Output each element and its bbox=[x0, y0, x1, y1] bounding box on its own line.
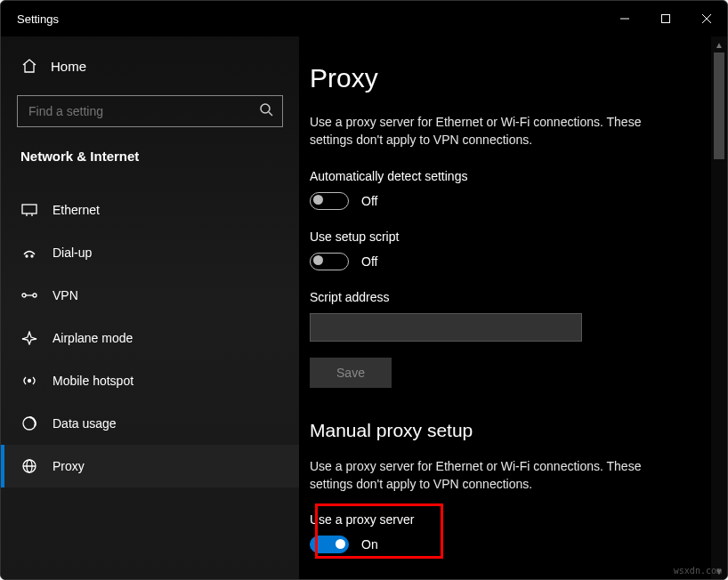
scroll-up-arrow[interactable]: ▲ bbox=[711, 36, 727, 52]
svg-line-5 bbox=[269, 112, 272, 116]
nav-item-proxy[interactable]: Proxy bbox=[1, 445, 299, 487]
scroll-thumb[interactable] bbox=[714, 52, 724, 159]
watermark: wsxdn.com bbox=[674, 566, 722, 576]
nav-item-hotspot[interactable]: Mobile hotspot bbox=[1, 359, 299, 402]
svg-point-11 bbox=[22, 294, 26, 297]
svg-rect-1 bbox=[662, 15, 670, 23]
svg-point-4 bbox=[261, 104, 270, 113]
close-button[interactable] bbox=[686, 1, 727, 36]
home-label: Home bbox=[51, 59, 86, 74]
settings-window: Settings Home Network & Internet Etherne… bbox=[0, 0, 728, 580]
setup-script-label: Use setup script bbox=[310, 230, 684, 244]
proxy-icon bbox=[20, 458, 38, 474]
nav-label: VPN bbox=[53, 288, 78, 302]
svg-point-14 bbox=[28, 380, 31, 383]
window-title: Settings bbox=[17, 12, 59, 26]
titlebar: Settings bbox=[1, 1, 727, 36]
airplane-icon bbox=[20, 331, 38, 345]
window-controls bbox=[604, 1, 727, 36]
nav-label: Data usage bbox=[53, 416, 117, 431]
svg-point-12 bbox=[33, 294, 36, 297]
data-usage-icon bbox=[20, 415, 38, 431]
ethernet-icon bbox=[20, 204, 38, 216]
search-input[interactable] bbox=[28, 104, 259, 118]
content-area: Proxy Use a proxy server for Ethernet or… bbox=[299, 36, 727, 579]
nav-item-ethernet[interactable]: Ethernet bbox=[1, 189, 299, 231]
svg-point-9 bbox=[26, 255, 28, 257]
use-proxy-toggle[interactable] bbox=[310, 536, 349, 553]
save-button[interactable]: Save bbox=[310, 358, 392, 388]
use-proxy-label: Use a proxy server bbox=[310, 512, 684, 527]
nav-label: Airplane mode bbox=[53, 331, 133, 345]
search-box[interactable] bbox=[17, 95, 283, 127]
script-address-input[interactable] bbox=[310, 313, 582, 342]
script-address-label: Script address bbox=[310, 290, 684, 304]
setup-script-toggle-row: Off bbox=[310, 253, 684, 270]
hotspot-icon bbox=[20, 374, 38, 388]
section-heading: Network & Internet bbox=[1, 127, 299, 176]
maximize-button[interactable] bbox=[645, 1, 686, 36]
nav-label: Proxy bbox=[53, 459, 85, 473]
auto-detect-toggle[interactable] bbox=[310, 192, 349, 210]
search-icon bbox=[259, 102, 273, 120]
scroll-track[interactable] bbox=[711, 52, 727, 563]
vertical-scrollbar[interactable]: ▲ ▼ bbox=[711, 36, 727, 579]
nav-list: Ethernet Dial-up VPN Airplane mode Mobil… bbox=[1, 189, 299, 487]
setup-script-state: Off bbox=[361, 254, 377, 269]
manual-proxy-description: Use a proxy server for Ethernet or Wi-Fi… bbox=[310, 457, 684, 494]
nav-label: Dial-up bbox=[53, 246, 92, 260]
auto-detect-toggle-row: Off bbox=[310, 192, 684, 210]
home-link[interactable]: Home bbox=[1, 45, 299, 86]
window-body: Home Network & Internet Ethernet Dial-up bbox=[1, 36, 727, 579]
nav-item-datausage[interactable]: Data usage bbox=[1, 402, 299, 445]
nav-item-vpn[interactable]: VPN bbox=[1, 274, 299, 317]
dialup-icon bbox=[20, 246, 38, 259]
nav-item-airplane[interactable]: Airplane mode bbox=[1, 317, 299, 359]
scroll-area: Proxy Use a proxy server for Ethernet or… bbox=[299, 36, 711, 579]
auto-detect-state: Off bbox=[361, 194, 377, 208]
manual-setup-heading: Manual proxy setup bbox=[310, 420, 684, 441]
svg-rect-6 bbox=[22, 205, 36, 213]
auto-proxy-description: Use a proxy server for Ethernet or Wi-Fi… bbox=[310, 113, 684, 149]
use-proxy-state: On bbox=[361, 537, 378, 552]
use-proxy-toggle-row: On bbox=[310, 536, 684, 553]
page-title: Proxy bbox=[310, 63, 684, 93]
setup-script-toggle[interactable] bbox=[310, 253, 349, 270]
auto-detect-label: Automatically detect settings bbox=[310, 169, 684, 183]
home-icon bbox=[20, 58, 38, 74]
nav-label: Mobile hotspot bbox=[53, 374, 133, 388]
vpn-icon bbox=[20, 289, 38, 302]
nav-label: Ethernet bbox=[53, 203, 100, 217]
sidebar: Home Network & Internet Ethernet Dial-up bbox=[1, 36, 299, 579]
svg-point-10 bbox=[31, 255, 33, 257]
nav-item-dialup[interactable]: Dial-up bbox=[1, 231, 299, 274]
minimize-button[interactable] bbox=[604, 1, 645, 36]
